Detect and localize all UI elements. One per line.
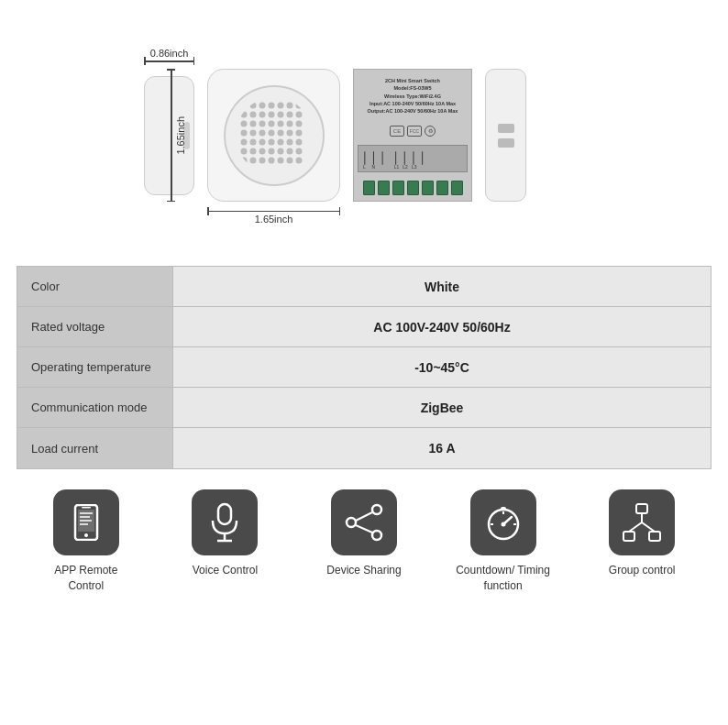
svg-point-22 [240, 129, 247, 136]
feature-voice-control: Voice Control [174, 489, 275, 578]
spec-label-comm: Communication mode [17, 388, 173, 427]
voice-control-label: Voice Control [193, 563, 258, 578]
product-diagram: 1.65inch 1.65inch 2CH Mi [135, 18, 593, 257]
svg-point-25 [268, 129, 274, 136]
svg-text:N: N [372, 164, 376, 169]
svg-line-90 [642, 522, 655, 532]
svg-point-75 [372, 531, 381, 540]
svg-text:L1: L1 [394, 164, 400, 169]
svg-point-43 [240, 157, 247, 163]
svg-rect-65 [82, 507, 91, 509]
spec-value-temp: -10~45°C [173, 347, 711, 387]
svg-text:L3: L3 [412, 164, 417, 169]
svg-point-32 [268, 138, 274, 145]
feature-device-sharing: Device Sharing [314, 489, 414, 578]
width-dimension-label: 1.65inch [255, 214, 293, 225]
svg-point-48 [286, 157, 292, 163]
svg-point-12 [277, 111, 283, 117]
page: 1.65inch 1.65inch 2CH Mi [0, 0, 728, 725]
svg-point-14 [295, 111, 302, 117]
svg-line-89 [629, 522, 642, 532]
spec-row-color: Color White [17, 267, 711, 307]
svg-point-10 [259, 111, 265, 117]
svg-point-17 [259, 120, 265, 126]
svg-point-73 [372, 505, 381, 514]
svg-point-24 [259, 129, 265, 136]
svg-line-77 [356, 525, 372, 533]
spec-label-temp: Operating temperature [17, 347, 173, 387]
svg-point-30 [249, 138, 256, 145]
spec-row-comm: Communication mode ZigBee [17, 388, 711, 428]
device-sharing-label: Device Sharing [326, 563, 401, 578]
svg-rect-87 [649, 532, 660, 541]
height-dimension-label: 1.65inch [175, 116, 186, 155]
device-sharing-icon-box [331, 489, 397, 555]
pcb-label: 2CH Mini Smart Switch Model:FS-03W5 Wire… [366, 75, 460, 116]
group-control-label: Group control [609, 563, 676, 578]
svg-point-11 [268, 111, 274, 117]
svg-point-27 [286, 129, 292, 136]
device-front [207, 69, 340, 202]
svg-point-42 [295, 148, 302, 154]
spec-value-current: 16 A [173, 428, 711, 468]
svg-point-29 [240, 138, 247, 145]
svg-point-40 [277, 148, 283, 154]
svg-point-5 [277, 102, 283, 108]
svg-rect-79 [501, 507, 506, 511]
svg-rect-86 [623, 532, 634, 541]
svg-point-4 [268, 102, 274, 108]
svg-point-49 [295, 157, 302, 163]
feature-countdown: Countdown/ Timing function [453, 489, 554, 594]
svg-point-19 [277, 120, 283, 126]
device-pcb: 2CH Mini Smart Switch Model:FS-03W5 Wire… [353, 69, 472, 202]
app-remote-icon-box [53, 489, 119, 555]
svg-point-45 [259, 157, 265, 163]
svg-text:L: L [363, 164, 366, 169]
svg-point-20 [286, 120, 292, 126]
svg-point-9 [249, 111, 256, 117]
svg-text:L2: L2 [403, 164, 408, 169]
depth-dimension-label: 0.86inch [150, 48, 189, 59]
svg-point-7 [295, 102, 302, 108]
countdown-label: Countdown/ Timing function [453, 563, 554, 594]
svg-point-64 [84, 533, 88, 537]
svg-point-26 [277, 129, 283, 136]
svg-point-47 [277, 157, 283, 163]
svg-point-2 [249, 102, 256, 108]
spec-value-voltage: AC 100V-240V 50/60Hz [173, 307, 711, 346]
svg-point-36 [240, 148, 247, 154]
spec-label-voltage: Rated voltage [17, 307, 173, 346]
svg-rect-85 [636, 504, 647, 513]
features-section: APP Remote Control Voice Control [17, 480, 711, 603]
spec-label-current: Load current [17, 428, 173, 468]
svg-point-46 [268, 157, 274, 163]
spec-value-color: White [173, 267, 711, 306]
svg-point-44 [249, 157, 256, 163]
svg-line-76 [356, 512, 372, 521]
feature-group-control: Group control [591, 489, 692, 578]
svg-point-41 [286, 148, 292, 154]
svg-point-38 [259, 148, 265, 154]
device-front-wrapper: 1.65inch 1.65inch [207, 69, 340, 202]
spec-label-color: Color [17, 267, 173, 306]
feature-app-remote: APP Remote Control [36, 489, 137, 594]
device-side-right [485, 69, 526, 202]
svg-point-16 [249, 120, 256, 126]
svg-point-8 [240, 111, 247, 117]
svg-point-74 [347, 518, 356, 527]
svg-point-34 [286, 138, 292, 145]
product-section: 1.65inch 1.65inch 2CH Mi [0, 0, 728, 266]
svg-point-33 [277, 138, 283, 145]
spec-row-temp: Operating temperature -10~45°C [17, 347, 711, 388]
voice-control-icon-box [192, 489, 258, 555]
svg-point-3 [259, 102, 265, 108]
svg-rect-70 [218, 504, 231, 524]
svg-point-37 [249, 148, 256, 154]
svg-point-13 [286, 111, 292, 117]
svg-point-39 [268, 148, 274, 154]
svg-point-23 [249, 129, 256, 136]
spec-row-voltage: Rated voltage AC 100V-240V 50/60Hz [17, 307, 711, 347]
svg-point-15 [240, 120, 247, 126]
ventilation-circle [224, 85, 325, 186]
spec-value-comm: ZigBee [173, 388, 711, 427]
